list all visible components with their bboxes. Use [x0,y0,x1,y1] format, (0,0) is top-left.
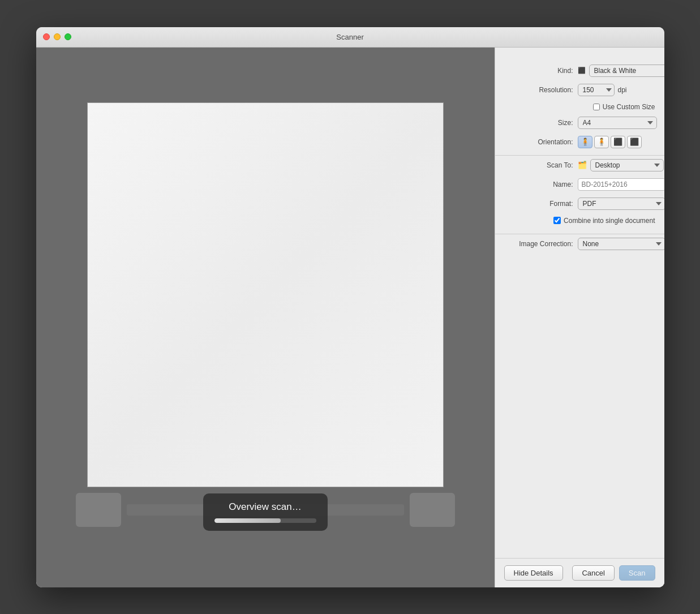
scan-preview-inner [88,103,443,487]
size-control: A4 A3 Letter Legal Custom [578,117,657,129]
orient-portrait-btn[interactable]: 🧍 [578,136,592,148]
orientation-buttons: 🧍 🧍 ⬛ ⬛ [578,136,642,148]
orient-landscape-flip-btn[interactable]: ⬛ [627,136,642,148]
custom-size-label[interactable]: Use Custom Size [593,103,655,111]
size-row: Size: A4 A3 Letter Legal Custom [495,117,664,129]
resolution-row: Resolution: 75 150 300 600 1200 dpi [495,84,664,96]
resolution-select[interactable]: 75 150 300 600 1200 [578,84,615,96]
titlebar: Scanner [36,27,664,48]
scanner-arm-right [410,493,455,527]
maximize-button[interactable] [65,33,71,40]
scan-preview-area [87,102,444,487]
name-label: Name: [504,181,578,188]
action-buttons: Cancel Scan [572,565,655,581]
close-button[interactable] [43,33,50,40]
kind-select[interactable]: Black & White Color Grayscale [589,65,664,77]
scan-to-label: Scan To: [504,161,578,169]
orientation-control: 🧍 🧍 ⬛ ⬛ [578,136,655,148]
settings-form: Kind: ⬛ Black & White Color Grayscale [495,59,664,558]
folder-icon-wrapper: 🗂️ [578,161,587,169]
scanner-window: Scanner Overview scan… [36,27,664,587]
image-correction-label: Image Correction: [504,240,578,248]
scan-to-select[interactable]: Desktop Documents Downloads Other… [590,159,664,171]
scan-to-row: Scan To: 🗂️ Desktop Documents Downloads … [495,159,664,171]
combine-row: Combine into single document [495,217,664,230]
resolution-label: Resolution: [504,86,578,94]
format-row: Format: PDF JPEG TIFF PNG [495,197,664,210]
window-title: Scanner [336,33,363,41]
progress-bar-fill [214,518,281,523]
name-row: Name: [495,178,664,191]
size-label: Size: [504,119,578,127]
folder-icon: 🗂️ [578,161,587,169]
name-input[interactable] [578,178,664,191]
separator-1 [495,155,664,156]
kind-control: ⬛ Black & White Color Grayscale [578,65,664,77]
format-label: Format: [504,200,578,208]
custom-size-checkbox[interactable] [593,104,600,110]
dpi-label: dpi [618,86,627,94]
scanner-panel: Overview scan… [36,48,495,587]
traffic-lights [43,33,71,40]
orient-landscape-btn[interactable]: ⬛ [611,136,625,148]
kind-icon-wrapper: ⬛ [578,67,586,74]
orientation-row: Orientation: 🧍 🧍 ⬛ ⬛ [495,136,664,148]
format-select[interactable]: PDF JPEG TIFF PNG [578,197,664,210]
main-content: Overview scan… Kind: ⬛ Black & Whi [36,48,664,587]
format-control: PDF JPEG TIFF PNG [578,197,664,210]
kind-label: Kind: [504,67,578,75]
resolution-control: 75 150 300 600 1200 dpi [578,84,655,96]
name-control [578,178,664,191]
progress-bar-container [214,518,316,523]
image-correction-row: Image Correction: None Manual [495,238,664,250]
scan-to-control: 🗂️ Desktop Documents Downloads Other… [578,159,664,171]
overview-scan-text: Overview scan… [229,501,301,513]
combine-label[interactable]: Combine into single document [553,217,655,225]
kind-row: Kind: ⬛ Black & White Color Grayscale [495,65,664,77]
scan-button[interactable]: Scan [619,565,655,581]
minimize-button[interactable] [54,33,61,40]
custom-size-row: Use Custom Size [495,103,664,117]
separator-2 [495,234,664,234]
overview-toast: Overview scan… [203,493,328,531]
settings-panel: Kind: ⬛ Black & White Color Grayscale [495,48,664,587]
image-correction-select[interactable]: None Manual [578,238,664,250]
size-select[interactable]: A4 A3 Letter Legal Custom [578,117,657,129]
hide-details-button[interactable]: Hide Details [504,565,563,581]
orient-portrait-flip-btn[interactable]: 🧍 [594,136,609,148]
combine-checkbox[interactable] [553,217,561,224]
bw-icon: ⬛ [578,67,586,74]
bottom-bar: Hide Details Cancel Scan [495,558,664,587]
image-correction-control: None Manual [578,238,664,250]
orientation-label: Orientation: [504,138,578,146]
scanner-arm-left [76,493,121,527]
cancel-button[interactable]: Cancel [572,565,614,581]
